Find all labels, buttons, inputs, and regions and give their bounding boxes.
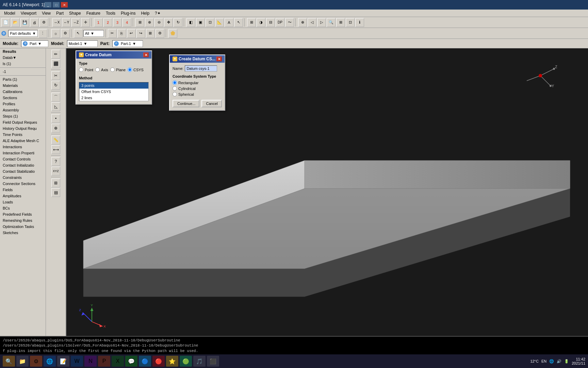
sidebar-item-connector-sections[interactable]: Connector Sections	[0, 181, 46, 187]
taskbar-app4-button[interactable]: ⭐	[166, 356, 178, 367]
dp-button[interactable]: DP	[276, 18, 284, 27]
cut-button[interactable]: ✂	[108, 29, 117, 38]
rt-dimension-button[interactable]: ⟷	[51, 145, 60, 154]
rt-point-button[interactable]: •	[51, 114, 60, 123]
forward-view-button[interactable]: ▷	[317, 18, 326, 27]
menu-tools[interactable]: Tools	[103, 10, 118, 16]
rt-measure-button[interactable]: 📏	[51, 136, 60, 144]
view-front-button[interactable]: ▣	[196, 18, 205, 27]
sidebar-item-history-output[interactable]: History Output Requ	[0, 125, 46, 132]
rt-fillet-button[interactable]: ⌒	[51, 93, 60, 102]
num3-button[interactable]: 3	[113, 18, 122, 27]
sidebar-item-sections[interactable]: Sections	[0, 95, 46, 101]
crop-button[interactable]: ⊡	[346, 18, 355, 27]
taskbar-files-button[interactable]: 📁	[16, 356, 29, 367]
menu-extra[interactable]: ?✦	[152, 10, 163, 16]
type-plane-radio[interactable]	[110, 67, 115, 72]
menu-plugins[interactable]: Plug-ins	[118, 10, 138, 16]
spherical-label[interactable]: Spherical	[173, 92, 222, 96]
titlebar-controls[interactable]: _ □ ✕	[45, 2, 68, 7]
cylindrical-radio[interactable]	[173, 86, 177, 91]
axis-button[interactable]: ✛	[81, 18, 90, 27]
menu-help[interactable]: Help	[138, 10, 152, 16]
taskbar-search-button[interactable]: 🔍	[3, 356, 15, 367]
rotate-y-button[interactable]: ↔Y	[62, 18, 71, 27]
cancel-button[interactable]: Cancel	[201, 100, 222, 107]
sidebar-item-materials[interactable]: Materials	[0, 82, 46, 89]
taskbar-terminal-button[interactable]: ⬛	[207, 356, 219, 367]
rt-chamfer-button[interactable]: ◺	[51, 102, 60, 111]
sidebar-item-calibrations[interactable]: Calibrations	[0, 89, 46, 95]
zoom-in-button[interactable]: ⊕	[145, 18, 154, 27]
part-defaults-dropdown[interactable]: Part defaults ▼	[8, 30, 38, 37]
sidebar-item-contact-stab[interactable]: Contact Stabilizatio	[0, 168, 46, 174]
cylindrical-label[interactable]: Cylindrical	[173, 86, 222, 91]
wave-button[interactable]: 〜	[285, 18, 294, 27]
expand-button[interactable]: ⊞	[336, 18, 345, 27]
select-button[interactable]: ↖	[234, 18, 243, 27]
mesh-button[interactable]: ⊟	[266, 18, 275, 27]
zoom2-button[interactable]: 🔍	[327, 18, 336, 27]
num2-button[interactable]: 2	[103, 18, 112, 27]
num4-button[interactable]: 4	[122, 18, 131, 27]
type-plane-label[interactable]: Plane	[110, 67, 126, 72]
rt-extrude-button[interactable]: ⬛	[51, 59, 60, 68]
type-csys-label[interactable]: CSYS	[128, 67, 144, 72]
rt-revolve-button[interactable]: ↻	[51, 81, 60, 90]
method-2lines[interactable]: 2 lines	[79, 95, 148, 101]
preset-options-button[interactable]: ⋮	[38, 29, 47, 38]
sidebar-item-amplitudes[interactable]: Amplitudes	[0, 193, 46, 199]
rt-assign-button[interactable]: ▤	[51, 188, 60, 197]
sidebar-item-assembly[interactable]: Assembly	[0, 107, 46, 113]
sidebar-item-optimization-tasks[interactable]: Optimization Tasks	[0, 224, 46, 230]
rt-partition-button[interactable]: ⊞	[51, 179, 60, 187]
taskbar-excel-button[interactable]: X	[112, 356, 124, 367]
rotate-button[interactable]: ↻	[174, 18, 182, 27]
taskbar-word-button[interactable]: W	[71, 356, 83, 367]
taskbar-ppt-button[interactable]: P	[98, 356, 110, 367]
view-top-button[interactable]: ⊡	[206, 18, 214, 27]
rt-cut-button[interactable]: ✂	[51, 71, 60, 80]
menu-view[interactable]: View	[39, 10, 53, 16]
save-button[interactable]: 💾	[20, 18, 29, 27]
measure-button[interactable]: 📐	[215, 18, 224, 27]
arrow-button[interactable]: ↖	[74, 29, 83, 38]
spherical-radio[interactable]	[173, 92, 177, 96]
menu-viewport[interactable]: Viewport	[18, 10, 39, 16]
sidebar-item-parts[interactable]: Parts (1)	[0, 76, 46, 82]
taskbar-app3-button[interactable]: 🔴	[152, 356, 165, 367]
sidebar-item-remeshing-rules[interactable]: Remeshing Rules	[0, 217, 46, 224]
view-isometric-button[interactable]: ◧	[186, 18, 195, 27]
taskbar-notepad-button[interactable]: 📝	[57, 356, 69, 367]
dialog-datumcs-close[interactable]: ✕	[216, 57, 222, 61]
maximize-button[interactable]: □	[53, 2, 60, 7]
menu-shape[interactable]: Shape	[66, 10, 84, 16]
history-button[interactable]: ⊞	[146, 29, 155, 38]
continue-button[interactable]: Continue...	[173, 100, 199, 107]
taskbar-wechat-button[interactable]: 💬	[125, 356, 137, 367]
sidebar-item-predefined-fields[interactable]: Predefined Fields	[0, 211, 46, 217]
sidebar-item-ls[interactable]: ls (1)	[0, 61, 46, 67]
taskbar-app1-button[interactable]: ⚙	[30, 356, 42, 367]
rt-ref-button[interactable]: ⊕	[51, 124, 60, 133]
filter-dropdown[interactable]: All ▼	[83, 30, 104, 37]
sidebar-item-time-points[interactable]: Time Points	[0, 132, 46, 138]
rectangular-radio[interactable]	[173, 80, 177, 85]
sidebar-item-loads[interactable]: Loads	[0, 199, 46, 205]
name-input[interactable]	[185, 65, 217, 72]
zoom-out-button[interactable]: ⊖	[154, 18, 163, 27]
undo-button[interactable]: ↩	[127, 29, 136, 38]
type-csys-radio[interactable]	[128, 67, 132, 72]
sidebar-item-constraints[interactable]: Constraints	[0, 174, 46, 181]
sidebar-item-steps[interactable]: Steps (1)	[0, 113, 46, 119]
menu-feature[interactable]: Feature	[84, 10, 103, 16]
sidebar-item-field-output[interactable]: Field Output Reques	[0, 119, 46, 125]
taskbar-onenote-button[interactable]: N	[84, 356, 97, 367]
rotate-x-button[interactable]: ↔X	[52, 18, 61, 27]
settings2-button[interactable]: ⚙	[156, 29, 164, 38]
dialog-datum-close[interactable]: ✕	[143, 52, 149, 57]
model-dropdown[interactable]: Model-1 ▼	[67, 40, 98, 47]
rt-coord-button[interactable]: XYZ	[51, 167, 60, 175]
move-button[interactable]: ⊕	[298, 18, 307, 27]
gear-button[interactable]: ⚙	[61, 29, 70, 38]
